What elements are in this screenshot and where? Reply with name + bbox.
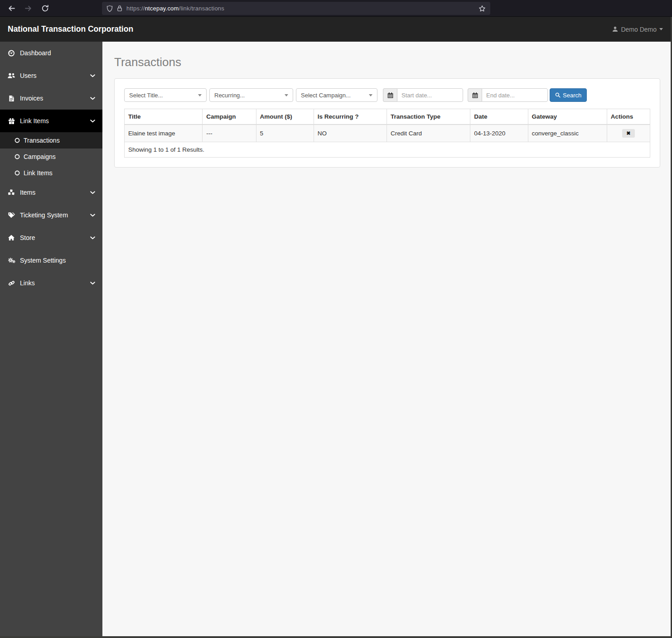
sidebar-item-label: Link Items bbox=[20, 117, 49, 125]
sidebar-item-label: Ticketing System bbox=[20, 211, 68, 219]
end-date-input[interactable] bbox=[482, 88, 548, 102]
col-header-campaign: Campaign bbox=[203, 109, 256, 125]
sidebar-item-label: Invoices bbox=[20, 95, 43, 102]
recurring-select-value: Recurring... bbox=[214, 92, 245, 99]
sidebar-item-links[interactable]: Links bbox=[0, 272, 102, 294]
back-icon[interactable] bbox=[8, 5, 15, 12]
col-header-gateway: Gateway bbox=[528, 109, 607, 125]
search-button[interactable]: Search bbox=[550, 88, 587, 102]
results-summary: Showing 1 to 1 of 1 Results. bbox=[125, 142, 650, 158]
remove-icon: ✖ bbox=[626, 130, 630, 136]
lock-icon[interactable] bbox=[117, 5, 122, 12]
sidebar-item-users[interactable]: Users bbox=[0, 64, 102, 87]
sidebar-item-invoices[interactable]: Invoices bbox=[0, 87, 102, 110]
col-header-date: Date bbox=[470, 109, 528, 125]
sidebar-item-label: Store bbox=[20, 234, 35, 241]
select-caret-icon bbox=[198, 94, 202, 96]
calendar-icon[interactable] bbox=[468, 88, 482, 102]
window-bottom-edge bbox=[0, 636, 672, 638]
calendar-icon[interactable] bbox=[383, 88, 397, 102]
sidebar-item-dashboard[interactable]: Dashboard bbox=[0, 42, 102, 64]
title-select[interactable]: Select Title... bbox=[124, 88, 207, 102]
sidebar-item-store[interactable]: Store bbox=[0, 226, 102, 249]
chevron-down-icon bbox=[90, 97, 95, 100]
search-icon bbox=[555, 92, 561, 98]
sidebar-subitem-label: Transactions bbox=[24, 137, 60, 144]
bookmark-star-icon[interactable] bbox=[479, 5, 486, 12]
invoices-icon bbox=[7, 95, 15, 102]
cell-actions: ✖ bbox=[607, 125, 650, 142]
start-date-input[interactable] bbox=[397, 88, 463, 102]
recurring-select[interactable]: Recurring... bbox=[209, 88, 293, 102]
cell-gateway: converge_classic bbox=[528, 125, 607, 142]
col-header-amount: Amount ($) bbox=[256, 109, 314, 125]
dashboard-icon bbox=[7, 49, 15, 57]
sidebar: Dashboard Users Invoices bbox=[0, 42, 102, 638]
col-header-actions: Actions bbox=[607, 109, 650, 125]
cubes-icon bbox=[7, 189, 15, 196]
url-text: https://ntcepay.com/link/transactions bbox=[126, 5, 474, 12]
link-items-submenu: Transactions Campaigns Link Items bbox=[0, 132, 102, 181]
col-header-title: Title bbox=[125, 109, 203, 125]
url-bar[interactable]: https://ntcepay.com/link/transactions bbox=[102, 2, 490, 15]
circle-icon bbox=[14, 169, 20, 177]
brand-title[interactable]: National Transaction Corporation bbox=[8, 24, 133, 34]
circle-icon bbox=[14, 137, 20, 144]
sidebar-item-label: Links bbox=[20, 279, 35, 287]
campaign-select-value: Select Campaign... bbox=[301, 92, 351, 99]
browser-chrome: https://ntcepay.com/link/transactions bbox=[0, 0, 672, 17]
sidebar-item-label: Users bbox=[20, 72, 37, 79]
remove-button[interactable]: ✖ bbox=[622, 129, 634, 138]
sidebar-subitem-campaigns[interactable]: Campaigns bbox=[0, 149, 102, 165]
user-icon bbox=[612, 26, 618, 32]
col-header-is-recurring: Is Recurring ? bbox=[314, 109, 387, 125]
sidebar-item-label: Items bbox=[20, 189, 35, 196]
cell-is-recurring: NO bbox=[314, 125, 387, 142]
chevron-down-icon bbox=[90, 120, 95, 123]
cell-date: 04-13-2020 bbox=[470, 125, 528, 142]
table-header-row: Title Campaign Amount ($) Is Recurring ?… bbox=[125, 109, 650, 125]
chevron-down-icon bbox=[90, 282, 95, 285]
title-select-value: Select Title... bbox=[129, 92, 163, 99]
sidebar-item-items[interactable]: Items bbox=[0, 181, 102, 204]
campaign-select[interactable]: Select Campaign... bbox=[296, 88, 377, 102]
sidebar-subitem-transactions[interactable]: Transactions bbox=[0, 132, 102, 149]
chain-icon bbox=[7, 279, 15, 287]
gears-icon bbox=[7, 257, 15, 264]
main-content: Transactions Select Title... Recurring..… bbox=[102, 42, 672, 638]
chevron-down-icon bbox=[90, 191, 95, 194]
start-date-group bbox=[383, 88, 463, 102]
user-menu[interactable]: Demo Demo bbox=[612, 26, 663, 33]
select-caret-icon bbox=[285, 94, 288, 96]
transactions-table: Title Campaign Amount ($) Is Recurring ?… bbox=[124, 109, 650, 158]
sidebar-subitem-label: Campaigns bbox=[24, 153, 56, 160]
sidebar-subitem-link-items[interactable]: Link Items bbox=[0, 165, 102, 181]
users-icon bbox=[7, 72, 15, 79]
cell-title: Elaine test image bbox=[125, 125, 203, 142]
app-header: National Transaction Corporation Demo De… bbox=[0, 17, 672, 42]
chevron-down-icon bbox=[90, 236, 95, 240]
tags-icon bbox=[7, 211, 15, 219]
sidebar-item-link-items[interactable]: Link Items bbox=[0, 110, 102, 132]
page-title: Transactions bbox=[114, 55, 660, 69]
search-button-label: Search bbox=[563, 92, 581, 99]
chevron-down-icon bbox=[90, 74, 95, 77]
chevron-down-icon bbox=[90, 214, 95, 217]
caret-down-icon bbox=[659, 28, 663, 30]
home-icon bbox=[7, 234, 15, 241]
reload-icon[interactable] bbox=[41, 5, 49, 12]
sidebar-item-label: System Settings bbox=[20, 257, 66, 264]
sidebar-item-system-settings[interactable]: System Settings bbox=[0, 249, 102, 272]
sidebar-subitem-label: Link Items bbox=[24, 169, 53, 177]
sidebar-item-ticketing-system[interactable]: Ticketing System bbox=[0, 204, 102, 226]
shield-icon[interactable] bbox=[106, 5, 113, 12]
cell-transaction-type: Credit Card bbox=[387, 125, 470, 142]
forward-icon[interactable] bbox=[24, 5, 32, 12]
select-caret-icon bbox=[369, 94, 372, 96]
end-date-group bbox=[468, 88, 548, 102]
table-footer-row: Showing 1 to 1 of 1 Results. bbox=[125, 142, 650, 158]
cell-campaign: --- bbox=[203, 125, 256, 142]
transactions-panel: Select Title... Recurring... Select Camp… bbox=[114, 78, 660, 168]
col-header-transaction-type: Transaction Type bbox=[387, 109, 470, 125]
filters-bar: Select Title... Recurring... Select Camp… bbox=[124, 88, 650, 102]
